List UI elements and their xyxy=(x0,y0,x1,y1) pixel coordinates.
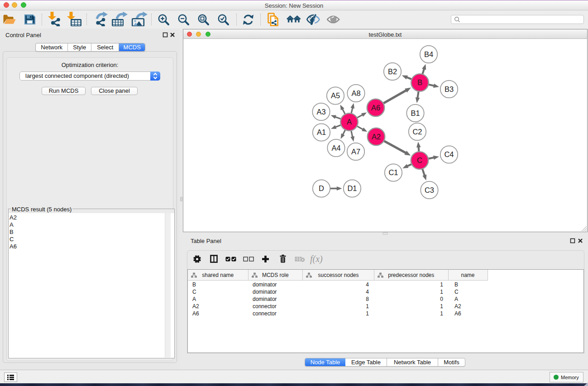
svg-text:B: B xyxy=(417,78,422,86)
svg-text:C4: C4 xyxy=(444,150,454,158)
svg-text:A8: A8 xyxy=(351,89,360,97)
svg-text:C1: C1 xyxy=(388,168,398,176)
svg-text:A5: A5 xyxy=(331,91,340,100)
svg-text:A4: A4 xyxy=(331,144,340,152)
svg-text:A7: A7 xyxy=(351,148,360,156)
svg-text:C: C xyxy=(417,156,422,164)
svg-text:A2: A2 xyxy=(372,133,381,141)
svg-text:C2: C2 xyxy=(412,128,422,136)
svg-text:D: D xyxy=(319,184,324,192)
svg-text:A1: A1 xyxy=(317,128,326,136)
svg-text:D1: D1 xyxy=(347,184,357,192)
svg-text:A6: A6 xyxy=(371,104,380,112)
svg-text:C3: C3 xyxy=(425,186,434,194)
svg-text:B4: B4 xyxy=(424,50,433,58)
svg-text:A: A xyxy=(347,118,352,126)
svg-text:B1: B1 xyxy=(411,109,420,117)
svg-text:B2: B2 xyxy=(388,67,397,76)
svg-text:B3: B3 xyxy=(445,85,454,93)
svg-text:A3: A3 xyxy=(316,108,325,116)
